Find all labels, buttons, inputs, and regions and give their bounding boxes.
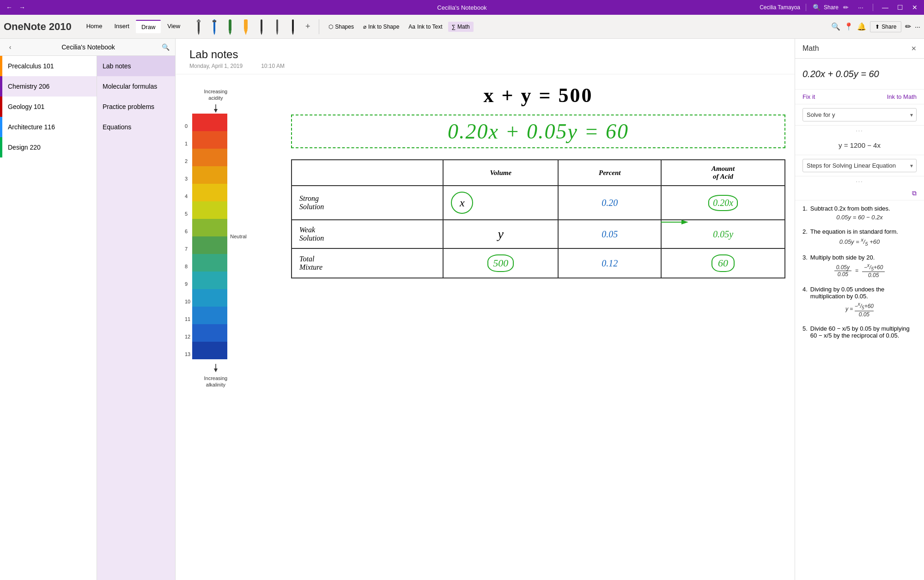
ph-bar-9	[192, 272, 227, 289]
step-4-eq: y = −x/5+600.05	[802, 302, 917, 317]
ph-level-4: 4	[185, 187, 190, 205]
svg-marker-21	[681, 220, 688, 224]
search-ribbon-icon[interactable]: 🔍	[831, 22, 840, 31]
svg-rect-8	[244, 19, 248, 30]
nav-back-button[interactable]: ←	[5, 3, 14, 12]
math-step-1: 1. Subtract 0.2x from both sides. 0.05y …	[802, 205, 917, 221]
math-button[interactable]: ∑ Math	[448, 22, 474, 32]
window-title: Cecilia's Notebook	[437, 4, 486, 11]
notebook-label-architecture: Architecture 116	[8, 123, 55, 131]
col-header-empty	[292, 160, 443, 186]
row-volume-strong: x	[443, 186, 558, 220]
pen-tool-2[interactable]	[208, 18, 221, 35]
ph-level-2: 2	[185, 152, 190, 170]
svg-marker-19	[214, 369, 218, 372]
pen-tool-3[interactable]	[224, 18, 237, 35]
step-5-num: 5.	[802, 325, 808, 339]
equation-2-area[interactable]: 0.20x + 0.05y = 60	[291, 115, 785, 148]
sidebar-back-button[interactable]: ‹	[6, 42, 15, 52]
svg-marker-15	[292, 32, 294, 35]
main-layout: ‹ Cecilia's Notebook 🔍 Precalculus 101 C…	[0, 39, 924, 580]
row-percent-strong: 0.20	[558, 186, 661, 220]
step-1-num: 1.	[802, 205, 808, 212]
step-3-eq: 0.05y 0.05 = −x/5+60 0.05	[802, 263, 917, 278]
search-icon[interactable]: 🔍	[812, 3, 821, 12]
math-result: y = 1200 − 4x	[795, 136, 924, 155]
minimize-button[interactable]: —	[881, 3, 890, 12]
notebook-label-chemistry: Chemistry 206	[8, 83, 49, 90]
table-row-weak: WeakSolution y 0.05 0.05y	[292, 220, 785, 248]
solve-dropdown[interactable]: Solve for y Solve for x	[802, 108, 917, 121]
pen-tool-7[interactable]	[286, 18, 299, 35]
section-list: Lab notes Molecular formulas Practice pr…	[97, 56, 175, 580]
row-percent-total: 0.12	[558, 248, 661, 278]
tab-view[interactable]: View	[162, 20, 186, 33]
close-button[interactable]: ✕	[910, 3, 919, 12]
notebook-item-geology[interactable]: Geology 101	[0, 97, 97, 117]
ph-color-bars	[192, 114, 227, 359]
ph-arrow-down-bottom	[185, 364, 247, 372]
ph-bar-12	[192, 324, 227, 342]
notebook-item-chemistry[interactable]: Chemistry 206	[0, 76, 97, 97]
pen-tool-6[interactable]	[271, 18, 284, 35]
svg-rect-6	[229, 19, 231, 31]
steps-dropdown-wrapper[interactable]: Steps for Solving Linear Equation	[802, 159, 917, 172]
share-ribbon-button[interactable]: ⬆ Share	[870, 21, 901, 32]
ink-shape-icon: ⌀	[363, 24, 366, 30]
tab-home[interactable]: Home	[81, 20, 108, 33]
steps-dropdown[interactable]: Steps for Solving Linear Equation	[802, 159, 917, 172]
share-button[interactable]: Share	[827, 3, 836, 12]
section-item-molecular[interactable]: Molecular formulas	[97, 76, 175, 97]
ph-increasing-acidity-label: Increasingacidity	[185, 88, 247, 102]
ribbon-tabs: Home Insert Draw View	[81, 20, 186, 33]
content-area: Lab notes Monday, April 1, 2019 10:10 AM…	[176, 39, 795, 580]
solve-dropdown-wrapper[interactable]: Solve for y Solve for x	[802, 108, 917, 121]
page-time: 10:10 AM	[261, 63, 285, 69]
pen-icon[interactable]: ✏	[905, 22, 911, 31]
section-item-practice[interactable]: Practice problems	[97, 97, 175, 117]
tab-insert[interactable]: Insert	[109, 20, 135, 33]
nav-forward-button[interactable]: →	[18, 3, 27, 12]
location-icon[interactable]: 📍	[844, 22, 853, 31]
maximize-button[interactable]: ☐	[895, 3, 905, 12]
fix-it-link[interactable]: Fix it	[802, 93, 815, 100]
add-pen-button[interactable]: +	[302, 18, 313, 35]
more-options-icon[interactable]: ···	[856, 3, 865, 12]
ink-to-math-link[interactable]: Ink to Math	[887, 93, 917, 100]
bell-icon[interactable]: 🔔	[857, 22, 866, 31]
ph-level-12: 12	[185, 328, 190, 345]
pen-tool-1[interactable]	[192, 18, 205, 35]
ph-scale: 0 1 2 3 4 5 6 7 8 9 10 11 12 13	[185, 114, 247, 363]
step-2-num: 2.	[802, 228, 808, 235]
step-1-text: 1. Subtract 0.2x from both sides.	[802, 205, 917, 212]
ph-level-10: 10	[185, 293, 190, 310]
edit-icon[interactable]: ✏	[841, 3, 851, 12]
pen-tool-5[interactable]	[255, 18, 268, 35]
svg-marker-13	[276, 32, 278, 35]
math-step-4: 4. Dividing by 0.05 undoes the multiplic…	[802, 286, 917, 317]
ribbon: OneNote 2010 Home Insert Draw View +	[0, 15, 924, 39]
notebook-search-icon[interactable]: 🔍	[162, 43, 170, 51]
ribbon-right-actions: 🔍 📍 🔔 ⬆ Share ✏ ···	[831, 21, 920, 32]
copy-button[interactable]: ⧉	[912, 189, 917, 197]
ph-increasing-alkalinity-label: Increasingalkalinity	[185, 375, 247, 388]
equation-2-display: 0.20x + 0.05y = 60	[448, 119, 629, 144]
tab-draw[interactable]: Draw	[136, 20, 161, 33]
notebook-item-design[interactable]: Design 220	[0, 137, 97, 157]
notebook-item-precalculus[interactable]: Precalculus 101	[0, 56, 97, 76]
svg-rect-2	[197, 20, 201, 22]
data-table: Volume Percent Amountof Acid StrongSolut…	[291, 159, 785, 278]
ph-bar-11	[192, 307, 227, 324]
notebook-item-architecture[interactable]: Architecture 116	[0, 117, 97, 137]
more-ribbon-icon[interactable]: ···	[915, 23, 920, 30]
section-item-lab-notes[interactable]: Lab notes	[97, 56, 175, 76]
pen-tool-4[interactable]	[239, 18, 252, 35]
section-item-equations[interactable]: Equations	[97, 117, 175, 137]
shapes-icon: ⬡	[328, 24, 333, 30]
shapes-button[interactable]: ⬡ Shapes	[325, 22, 358, 32]
ink-to-text-button[interactable]: Aa Ink to Text	[405, 22, 446, 32]
ph-neutral-label: Neutral	[230, 234, 246, 239]
ink-to-shape-button[interactable]: ⌀ Ink to Shape	[359, 22, 403, 32]
math-panel-close-button[interactable]: ✕	[911, 45, 917, 52]
svg-marker-7	[229, 31, 231, 35]
